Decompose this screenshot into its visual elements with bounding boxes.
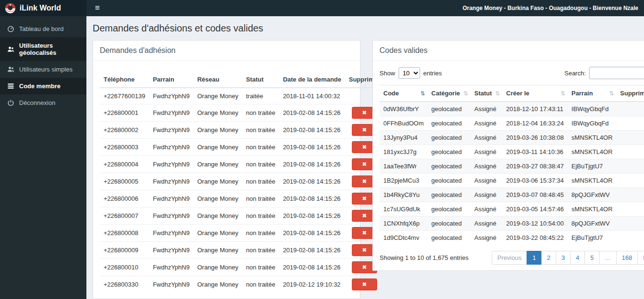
x-icon: ✖ (362, 247, 367, 253)
parrain-cell: sMNSKTL4OR (568, 131, 616, 145)
requests-panel-title: Demandes d'adhésion (93, 41, 360, 61)
column-header-supprimer[interactable]: Supprimer⇅ (616, 85, 644, 102)
x-icon: ✖ (362, 127, 367, 133)
code-cell: 1CNXhfqX6p (380, 217, 428, 231)
date-cell: 2019-02-08 14:15:26 (279, 122, 345, 139)
codes-table: Code⇅ Catégorie⇅ Statut⇅ Créer le⇅ Parra… (380, 85, 644, 245)
categorie-cell: geolocated (428, 231, 471, 245)
statut-cell: Assigné (471, 202, 503, 217)
categorie-cell: geolocated (428, 116, 471, 131)
pagination-page-1[interactable]: 1 (527, 251, 541, 265)
codes-panel: Codes valides Show 10 entries Search: (372, 40, 644, 271)
reseau-cell: Orange Money (193, 156, 242, 173)
pagination-page-168[interactable]: 168 (617, 251, 638, 265)
x-icon: ✖ (362, 110, 367, 115)
statut-cell: non traitée (242, 242, 279, 259)
dashboard-icon (7, 25, 14, 32)
column-header-creer-le[interactable]: Créer le⇅ (502, 85, 568, 102)
pagination-page-3[interactable]: 3 (556, 251, 570, 265)
parrain-cell: FwdhzYphN9 (149, 139, 193, 156)
column-header-code[interactable]: Code⇅ (380, 85, 428, 102)
phone-cell: +226800004 (100, 156, 149, 173)
table-row: +226800005 FwdhzYphN9 Orange Money non t… (100, 173, 384, 190)
table-row: 1B2pjeMCu3 geolocated Assigné 2019-03-06… (380, 174, 644, 188)
sidebar-item-code-membre[interactable]: Code membre (0, 78, 86, 94)
supprimer-cell: ✖ (345, 276, 384, 293)
parrain-cell: FwdhzYphN9 (149, 104, 193, 122)
date-cell: 2019-02-08 14:15:26 (279, 173, 345, 190)
code-cell: 1b4RkyC8Yu (380, 188, 428, 202)
sidebar-item-utilisateurs-simples[interactable]: Utilisateurs simples (0, 61, 86, 78)
date-cell: 2019-02-08 14:15:26 (279, 242, 345, 259)
table-row: +226800003 FwdhzYphN9 Orange Money non t… (100, 139, 384, 156)
categorie-cell: geolocated (428, 131, 471, 145)
categorie-cell: geolocated (428, 174, 471, 188)
sidebar-item-label: Tableau de bord (19, 25, 63, 32)
statut-cell: non traitée (242, 156, 279, 173)
requests-panel: Demandes d'adhésion Téléphone Parrain Ré… (93, 40, 360, 299)
column-header-statut[interactable]: Statut⇅ (471, 85, 503, 102)
brand-name: iLink World (20, 4, 61, 12)
pagination-ellipsis: … (600, 251, 617, 265)
column-header-categorie[interactable]: Catégorie⇅ (428, 85, 471, 102)
date-cell: 2018-12-10 17:43:11 (502, 102, 568, 116)
statut-cell: Assigné (471, 116, 503, 131)
table-row: 1b4RkyC8Yu geolocated Assigné 2019-03-07… (380, 188, 644, 202)
sidebar-item-utilisateurs-geolocalises[interactable]: Utilisateurs géolocalisés (0, 37, 86, 61)
sidebar-item-label: Code membre (19, 82, 61, 90)
table-row: +226800002 FwdhzYphN9 Orange Money non t… (100, 122, 384, 139)
page-size-select[interactable]: 10 (399, 67, 420, 79)
statut-cell: Assigné (471, 188, 503, 202)
search-label: Search: (564, 70, 586, 77)
power-icon (7, 99, 14, 106)
date-cell: 2019-03-27 08:38:47 (502, 159, 568, 174)
reseau-cell: Orange Money (193, 225, 242, 242)
phone-cell: +226800007 (100, 207, 149, 225)
reseau-cell: Orange Money (193, 104, 242, 122)
column-header-telephone: Téléphone (100, 72, 149, 88)
column-header-parrain[interactable]: Parrain⇅ (568, 85, 616, 102)
table-row: 1CNXhfqX6p geolocated Assigné 2019-03-12… (380, 217, 644, 231)
hamburger-icon[interactable]: ≡ (86, 0, 108, 16)
pagination-page-4[interactable]: 4 (570, 251, 585, 265)
sort-icon: ⇅ (560, 90, 565, 97)
categorie-cell: geolocated (428, 217, 471, 231)
reseau-cell: Orange Money (193, 276, 242, 293)
parrain-cell: 8pQJGFxtWV (568, 217, 616, 231)
sidebar-item-tableau-de-bord[interactable]: Tableau de bord (0, 21, 86, 37)
reseau-cell: Orange Money (193, 207, 242, 225)
column-header-date: Date de la demande (279, 72, 345, 88)
sidebar-item-deconnexion[interactable]: Déconnexion (0, 94, 86, 111)
codes-panel-title: Codes valides (373, 41, 644, 61)
phone-cell: +226800001 (100, 104, 149, 122)
table-row: +226800010 FwdhzYphN9 Orange Money non t… (100, 259, 384, 276)
statut-cell: non traitée (242, 276, 279, 293)
categorie-cell: geolocated (428, 188, 471, 202)
phone-cell: +226800008 (100, 225, 149, 242)
pagination-next[interactable]: Next (638, 251, 644, 265)
x-icon: ✖ (362, 230, 367, 236)
x-icon: ✖ (362, 178, 367, 184)
page-title: Demandes d'adhésions et codes valides (93, 23, 637, 34)
supprimer-cell (616, 188, 644, 202)
table-row: +226800008 FwdhzYphN9 Orange Money non t… (100, 225, 384, 242)
pagination-page-2[interactable]: 2 (542, 251, 556, 265)
delete-button[interactable]: ✖ (352, 278, 377, 290)
code-cell: 1aaTee3fWr (380, 159, 428, 174)
main-content: Demandes d'adhésions et codes valides De… (86, 16, 644, 299)
pagination-page-5[interactable]: 5 (585, 251, 599, 265)
table-row: +226800006 FwdhzYphN9 Orange Money non t… (100, 190, 384, 207)
x-icon: ✖ (362, 161, 367, 167)
table-row: +226800004 FwdhzYphN9 Orange Money non t… (100, 156, 384, 173)
supprimer-cell (616, 217, 644, 231)
date-cell: 2019-02-08 14:15:26 (279, 190, 345, 207)
brand[interactable]: iLink World (0, 0, 86, 16)
pagination: Previous 1 2 3 4 5 … 168 Next (492, 251, 644, 265)
search-input[interactable] (589, 67, 644, 79)
categorie-cell: geolocated (428, 145, 471, 159)
supprimer-cell (616, 116, 644, 131)
code-cell: 0FFhBudOOm (380, 116, 428, 131)
requests-table: Téléphone Parrain Réseau Statut Date de … (100, 72, 384, 293)
parrain-cell: FwdhzYphN9 (149, 207, 193, 225)
phone-cell: +226800003 (100, 139, 149, 156)
